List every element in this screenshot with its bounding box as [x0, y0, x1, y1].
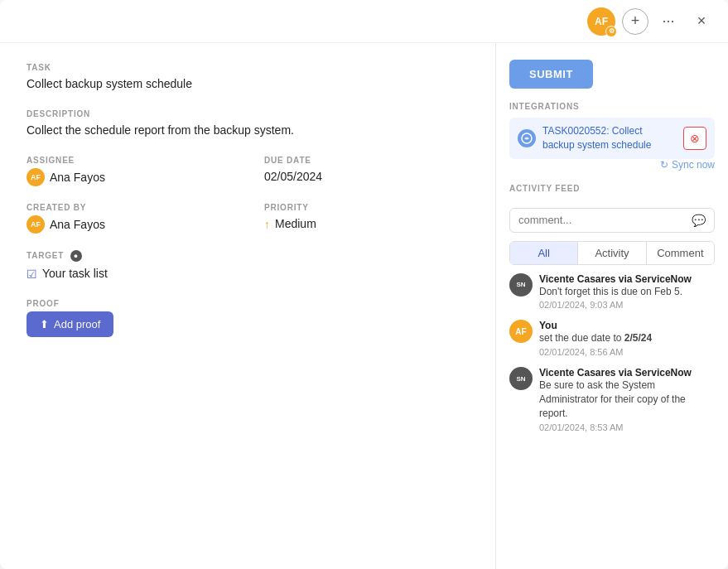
- left-panel: TASK Collect backup system schedule DESC…: [0, 43, 496, 569]
- created-by-row: AF Ana Fayos: [27, 215, 231, 234]
- submit-button[interactable]: SUBMIT: [509, 60, 593, 89]
- due-date-label: DUE DATE: [264, 156, 469, 165]
- due-date-value: 02/05/2024: [264, 168, 469, 186]
- description-field-group: DESCRIPTION Collect the schedule report …: [27, 109, 469, 139]
- tab-activity[interactable]: Activity: [578, 242, 646, 264]
- feed-message: Don't forget this is due on Feb 5.: [539, 285, 715, 299]
- integration-item: TASK0020552: Collect backup system sched…: [509, 118, 715, 159]
- description-text: Collect the schedule report from the bac…: [27, 122, 469, 139]
- tab-comment[interactable]: Comment: [647, 242, 714, 264]
- assignee-duedate-row: ASSIGNEE AF Ana Fayos DUE DATE 02/05/202…: [27, 156, 469, 186]
- feed-avatar: SN: [509, 367, 533, 390]
- integration-task-link[interactable]: TASK0020552: Collect backup system sched…: [542, 124, 677, 152]
- assignee-label: ASSIGNEE: [27, 156, 231, 165]
- modal-container: AF ⚙ + ··· × TASK Collect backup system …: [0, 0, 728, 569]
- created-by-label: CREATED BY: [27, 203, 231, 212]
- sync-now-row[interactable]: ↻ Sync now: [509, 159, 715, 171]
- due-date-col: DUE DATE 02/05/2024: [264, 156, 469, 186]
- add-proof-icon: ⬆: [40, 318, 49, 330]
- top-bar: AF ⚙ + ··· ×: [0, 0, 728, 43]
- assignee-avatar: AF: [27, 168, 45, 186]
- target-value: Your task list: [42, 265, 108, 282]
- target-label: TARGET ●: [27, 250, 469, 262]
- feed-time: 02/01/2024, 8:56 AM: [539, 347, 715, 357]
- feed-content: Vicente Casares via ServiceNow Don't for…: [539, 273, 715, 311]
- integration-icon: [518, 129, 536, 147]
- assignee-col: ASSIGNEE AF Ana Fayos: [27, 156, 231, 186]
- comment-input-row: 💬: [509, 208, 715, 233]
- feed-avatar: SN: [509, 273, 533, 297]
- priority-row: ↑ Medium: [264, 215, 469, 233]
- feed-content: You set the due date to 2/5/24 02/01/202…: [539, 320, 715, 357]
- feed-time: 02/01/2024, 8:53 AM: [539, 422, 715, 432]
- checkbox-icon: ☑: [27, 268, 37, 281]
- feed-message: set the due date to 2/5/24: [539, 331, 715, 345]
- gear-badge-icon: ⚙: [605, 26, 617, 37]
- description-label: DESCRIPTION: [27, 109, 469, 118]
- more-options-button[interactable]: ···: [655, 8, 682, 35]
- proof-field-group: PROOF ⬆ Add proof: [27, 299, 469, 337]
- integrations-label: INTEGRATIONS: [509, 102, 715, 111]
- target-field-group: TARGET ● ☑ Your task list: [27, 250, 469, 282]
- feed-item: SN Vicente Casares via ServiceNow Don't …: [509, 273, 715, 311]
- target-info-icon: ●: [70, 250, 82, 262]
- assignee-name: Ana Fayos: [50, 169, 105, 186]
- avatar: AF ⚙: [587, 7, 615, 36]
- activity-feed-label: ACTIVITY FEED: [509, 184, 715, 193]
- priority-label: PRIORITY: [264, 203, 469, 212]
- sync-icon: ↻: [660, 159, 668, 171]
- integrations-section: INTEGRATIONS TASK0020552: Collect backup…: [509, 102, 715, 171]
- feed-list: SN Vicente Casares via ServiceNow Don't …: [509, 273, 715, 432]
- feed-author: Vicente Casares via ServiceNow: [539, 273, 715, 285]
- sync-now-label: Sync now: [672, 159, 715, 171]
- proof-label: PROOF: [27, 299, 469, 308]
- feed-item: SN Vicente Casares via ServiceNow Be sur…: [509, 367, 715, 432]
- unlink-icon: ⊗: [690, 132, 700, 145]
- feed-content: Vicente Casares via ServiceNow Be sure t…: [539, 367, 715, 432]
- feed-message: Be sure to ask the System Administrator …: [539, 379, 715, 420]
- tab-all[interactable]: All: [510, 242, 578, 264]
- created-priority-row: CREATED BY AF Ana Fayos PRIORITY ↑ Mediu…: [27, 203, 469, 234]
- created-by-avatar: AF: [27, 215, 45, 234]
- priority-icon: ↑: [264, 218, 270, 231]
- close-button[interactable]: ×: [688, 8, 715, 35]
- task-label: TASK: [27, 63, 469, 72]
- assignee-row: AF Ana Fayos: [27, 168, 231, 186]
- unlink-button[interactable]: ⊗: [683, 127, 706, 150]
- feed-author: Vicente Casares via ServiceNow: [539, 367, 715, 379]
- add-button[interactable]: +: [622, 8, 648, 35]
- activity-feed-section: ACTIVITY FEED 💬 All Activity Comment SN: [509, 184, 715, 432]
- add-proof-button[interactable]: ⬆ Add proof: [27, 311, 113, 337]
- tabs-row: All Activity Comment: [509, 241, 715, 265]
- created-by-name: Ana Fayos: [50, 216, 105, 234]
- task-field-group: TASK Collect backup system schedule: [27, 63, 469, 93]
- priority-col: PRIORITY ↑ Medium: [264, 203, 469, 234]
- task-title: Collect backup system schedule: [27, 75, 469, 93]
- main-content: TASK Collect backup system schedule DESC…: [0, 43, 728, 569]
- feed-author: You: [539, 320, 715, 331]
- comment-input[interactable]: [518, 214, 687, 226]
- priority-value: Medium: [275, 215, 316, 233]
- feed-time: 02/01/2024, 9:03 AM: [539, 300, 715, 310]
- comment-send-icon: 💬: [692, 214, 706, 227]
- created-by-col: CREATED BY AF Ana Fayos: [27, 203, 231, 234]
- feed-item: AF You set the due date to 2/5/24 02/01/…: [509, 320, 715, 357]
- target-row: ☑ Your task list: [27, 265, 469, 282]
- right-panel: SUBMIT INTEGRATIONS TASK0020552: Collect…: [496, 43, 728, 569]
- feed-avatar: AF: [509, 320, 533, 343]
